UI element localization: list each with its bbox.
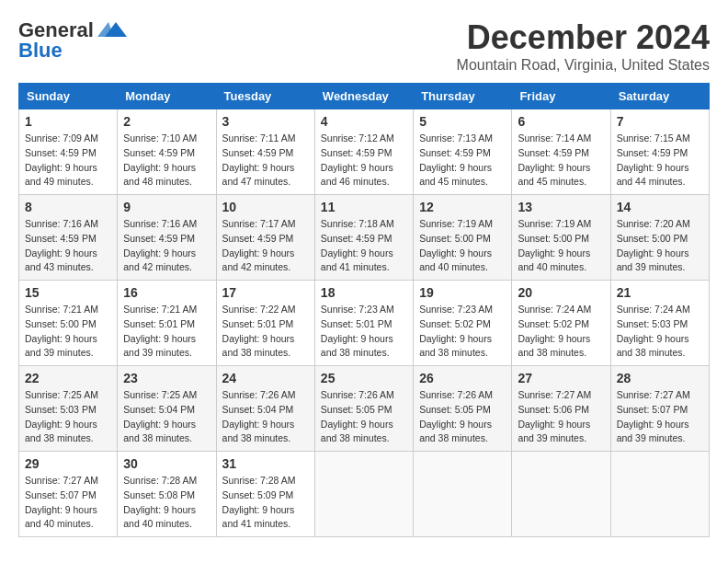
calendar-cell	[610, 452, 709, 537]
day-info: Sunrise: 7:14 AM Sunset: 4:59 PM Dayligh…	[518, 132, 604, 190]
day-info: Sunrise: 7:27 AM Sunset: 5:07 PM Dayligh…	[25, 474, 111, 532]
calendar-header-friday: Friday	[512, 84, 610, 109]
title-area: December 2024 Mountain Road, Virginia, U…	[457, 18, 710, 74]
day-number: 11	[321, 200, 407, 214]
day-info: Sunrise: 7:16 AM Sunset: 4:59 PM Dayligh…	[123, 217, 210, 275]
calendar-cell: 31 Sunrise: 7:28 AM Sunset: 5:09 PM Dayl…	[216, 452, 314, 537]
calendar-cell: 2 Sunrise: 7:10 AM Sunset: 4:59 PM Dayli…	[118, 109, 216, 195]
day-number: 31	[222, 456, 309, 471]
day-info: Sunrise: 7:23 AM Sunset: 5:02 PM Dayligh…	[419, 303, 506, 361]
calendar-cell: 9 Sunrise: 7:16 AM Sunset: 4:59 PM Dayli…	[118, 195, 216, 281]
day-info: Sunrise: 7:28 AM Sunset: 5:08 PM Dayligh…	[123, 474, 210, 532]
day-info: Sunrise: 7:19 AM Sunset: 5:00 PM Dayligh…	[419, 217, 506, 275]
calendar-week-5: 29 Sunrise: 7:27 AM Sunset: 5:07 PM Dayl…	[19, 452, 710, 537]
calendar-cell: 23 Sunrise: 7:25 AM Sunset: 5:04 PM Dayl…	[118, 366, 216, 452]
day-number: 5	[419, 114, 506, 129]
day-number: 7	[617, 114, 703, 129]
calendar-header-row: SundayMondayTuesdayWednesdayThursdayFrid…	[19, 84, 710, 109]
day-number: 15	[25, 285, 111, 300]
calendar-header-thursday: Thursday	[414, 84, 512, 109]
calendar-cell: 16 Sunrise: 7:21 AM Sunset: 5:01 PM Dayl…	[118, 281, 216, 366]
day-number: 23	[123, 371, 210, 385]
calendar-header-monday: Monday	[118, 84, 216, 109]
day-info: Sunrise: 7:23 AM Sunset: 5:01 PM Dayligh…	[321, 303, 407, 361]
calendar-cell: 24 Sunrise: 7:26 AM Sunset: 5:04 PM Dayl…	[216, 366, 314, 452]
day-info: Sunrise: 7:09 AM Sunset: 4:59 PM Dayligh…	[25, 132, 111, 190]
calendar-cell	[314, 452, 413, 537]
calendar-table: SundayMondayTuesdayWednesdayThursdayFrid…	[18, 83, 710, 537]
calendar-cell: 4 Sunrise: 7:12 AM Sunset: 4:59 PM Dayli…	[314, 109, 413, 195]
calendar-cell: 11 Sunrise: 7:18 AM Sunset: 4:59 PM Dayl…	[314, 195, 413, 281]
day-info: Sunrise: 7:26 AM Sunset: 5:05 PM Dayligh…	[419, 388, 506, 446]
calendar-cell: 22 Sunrise: 7:25 AM Sunset: 5:03 PM Dayl…	[19, 366, 118, 452]
calendar-cell: 18 Sunrise: 7:23 AM Sunset: 5:01 PM Dayl…	[314, 281, 413, 366]
day-info: Sunrise: 7:21 AM Sunset: 5:01 PM Dayligh…	[123, 303, 210, 361]
logo-text-blue: Blue	[18, 39, 63, 63]
day-info: Sunrise: 7:26 AM Sunset: 5:05 PM Dayligh…	[321, 388, 407, 446]
day-number: 20	[518, 285, 604, 300]
day-info: Sunrise: 7:18 AM Sunset: 4:59 PM Dayligh…	[321, 217, 407, 275]
calendar-cell: 20 Sunrise: 7:24 AM Sunset: 5:02 PM Dayl…	[512, 281, 610, 366]
calendar-cell: 3 Sunrise: 7:11 AM Sunset: 4:59 PM Dayli…	[216, 109, 314, 195]
day-number: 13	[518, 200, 604, 214]
day-number: 1	[25, 114, 111, 129]
day-number: 2	[123, 114, 210, 129]
month-title: December 2024	[457, 18, 710, 57]
calendar-header-saturday: Saturday	[610, 84, 709, 109]
calendar-cell: 26 Sunrise: 7:26 AM Sunset: 5:05 PM Dayl…	[414, 366, 512, 452]
day-info: Sunrise: 7:24 AM Sunset: 5:03 PM Dayligh…	[617, 303, 703, 361]
day-number: 8	[25, 200, 111, 214]
calendar-cell	[414, 452, 512, 537]
day-info: Sunrise: 7:25 AM Sunset: 5:03 PM Dayligh…	[25, 388, 111, 446]
calendar-cell: 27 Sunrise: 7:27 AM Sunset: 5:06 PM Dayl…	[512, 366, 610, 452]
logo-icon	[97, 20, 127, 40]
day-number: 22	[25, 371, 111, 385]
calendar-cell: 5 Sunrise: 7:13 AM Sunset: 4:59 PM Dayli…	[414, 109, 512, 195]
calendar-cell: 29 Sunrise: 7:27 AM Sunset: 5:07 PM Dayl…	[19, 452, 118, 537]
day-info: Sunrise: 7:24 AM Sunset: 5:02 PM Dayligh…	[518, 303, 604, 361]
calendar-cell: 13 Sunrise: 7:19 AM Sunset: 5:00 PM Dayl…	[512, 195, 610, 281]
day-info: Sunrise: 7:22 AM Sunset: 5:01 PM Dayligh…	[222, 303, 309, 361]
day-number: 16	[123, 285, 210, 300]
day-number: 21	[617, 285, 703, 300]
day-number: 10	[222, 200, 309, 214]
day-info: Sunrise: 7:16 AM Sunset: 4:59 PM Dayligh…	[25, 217, 111, 275]
day-number: 27	[518, 371, 604, 385]
day-number: 3	[222, 114, 309, 129]
calendar-header-wednesday: Wednesday	[314, 84, 413, 109]
calendar-cell	[512, 452, 610, 537]
page-header: General Blue December 2024 Mountain Road…	[18, 18, 710, 74]
calendar-cell: 17 Sunrise: 7:22 AM Sunset: 5:01 PM Dayl…	[216, 281, 314, 366]
day-number: 19	[419, 285, 506, 300]
day-number: 12	[419, 200, 506, 214]
day-info: Sunrise: 7:12 AM Sunset: 4:59 PM Dayligh…	[321, 132, 407, 190]
calendar-cell: 19 Sunrise: 7:23 AM Sunset: 5:02 PM Dayl…	[414, 281, 512, 366]
calendar-cell: 14 Sunrise: 7:20 AM Sunset: 5:00 PM Dayl…	[610, 195, 709, 281]
calendar-cell: 28 Sunrise: 7:27 AM Sunset: 5:07 PM Dayl…	[610, 366, 709, 452]
calendar-week-1: 1 Sunrise: 7:09 AM Sunset: 4:59 PM Dayli…	[19, 109, 710, 195]
day-number: 14	[617, 200, 703, 214]
day-number: 24	[222, 371, 309, 385]
day-number: 26	[419, 371, 506, 385]
calendar-cell: 7 Sunrise: 7:15 AM Sunset: 4:59 PM Dayli…	[610, 109, 709, 195]
calendar-week-3: 15 Sunrise: 7:21 AM Sunset: 5:00 PM Dayl…	[19, 281, 710, 366]
calendar-header-sunday: Sunday	[19, 84, 118, 109]
location-subtitle: Mountain Road, Virginia, United States	[457, 57, 710, 74]
day-number: 29	[25, 456, 111, 471]
day-info: Sunrise: 7:28 AM Sunset: 5:09 PM Dayligh…	[222, 474, 309, 532]
day-info: Sunrise: 7:13 AM Sunset: 4:59 PM Dayligh…	[419, 132, 506, 190]
day-info: Sunrise: 7:26 AM Sunset: 5:04 PM Dayligh…	[222, 388, 309, 446]
day-number: 9	[123, 200, 210, 214]
day-info: Sunrise: 7:27 AM Sunset: 5:06 PM Dayligh…	[518, 388, 604, 446]
day-info: Sunrise: 7:27 AM Sunset: 5:07 PM Dayligh…	[617, 388, 703, 446]
calendar-cell: 12 Sunrise: 7:19 AM Sunset: 5:00 PM Dayl…	[414, 195, 512, 281]
day-number: 30	[123, 456, 210, 471]
day-number: 25	[321, 371, 407, 385]
day-number: 18	[321, 285, 407, 300]
day-info: Sunrise: 7:25 AM Sunset: 5:04 PM Dayligh…	[123, 388, 210, 446]
day-info: Sunrise: 7:21 AM Sunset: 5:00 PM Dayligh…	[25, 303, 111, 361]
day-number: 28	[617, 371, 703, 385]
calendar-cell: 25 Sunrise: 7:26 AM Sunset: 5:05 PM Dayl…	[314, 366, 413, 452]
calendar-cell: 8 Sunrise: 7:16 AM Sunset: 4:59 PM Dayli…	[19, 195, 118, 281]
day-info: Sunrise: 7:19 AM Sunset: 5:00 PM Dayligh…	[518, 217, 604, 275]
